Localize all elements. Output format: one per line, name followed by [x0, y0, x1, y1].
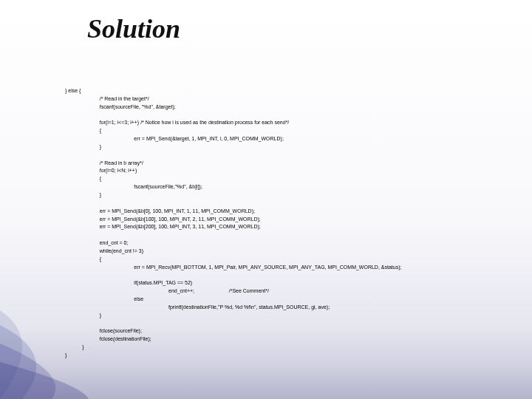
code-line: } — [100, 192, 101, 197]
code-line: } — [82, 344, 83, 349]
code-line: if(status.MPI_TAG == 52) — [134, 280, 192, 285]
code-block: } else { /* Read in the target*/ fscanf(… — [65, 87, 523, 360]
code-line: { — [100, 176, 101, 181]
code-line: } — [100, 144, 101, 149]
code-line: fscanf(sourceFile,"%d", &b[i]); — [134, 184, 202, 189]
code-line: { — [100, 128, 101, 133]
code-line: err = MPI_Send(&target, 1, MPI_INT, i, 0… — [134, 136, 283, 141]
page-title: Solution — [87, 13, 180, 44]
code-line: { — [100, 256, 101, 262]
code-line: while(end_cnt != 3) — [100, 248, 143, 253]
code-line: end_cnt++; — [168, 288, 194, 293]
code-line: else — [134, 296, 143, 301]
code-line: fclose(sourceFile); — [100, 328, 142, 333]
code-line: } else { — [65, 88, 81, 93]
code-line: fclose(destinationFile); — [100, 336, 151, 341]
slide: Solution } else { /* Read in the target*… — [0, 0, 532, 399]
code-line: /*See Comment*/ — [229, 288, 269, 293]
code-line: for(i=0; i<N; i++) — [100, 168, 137, 173]
code-line: err = MPI_Recv(MPI_BOTTOM, 1, MPI_Pair, … — [134, 265, 401, 270]
code-line: fprintf(destinationFile,"P %d, %d %f\n",… — [168, 304, 330, 310]
code-line: end_cnt = 0; — [100, 240, 129, 245]
code-line: for(i=1; i<=3; i++) /* Notice how i is u… — [100, 120, 290, 125]
code-line: } — [100, 313, 101, 318]
code-line: /* Read in b array*/ — [100, 160, 143, 166]
code-line: err = MPI_Send(&b[200], 100, MPI_INT, 3,… — [100, 224, 261, 229]
code-line: } — [65, 352, 66, 358]
code-line: err = MPI_Send(&b[0], 100, MPI_INT, 1, 1… — [100, 208, 255, 214]
code-line: /* Read in the target*/ — [100, 96, 149, 101]
code-line: fscanf(sourceFile, "%d", &target); — [100, 104, 176, 109]
code-line: err = MPI_Send(&b[100], 100, MPI_INT, 2,… — [100, 216, 261, 222]
